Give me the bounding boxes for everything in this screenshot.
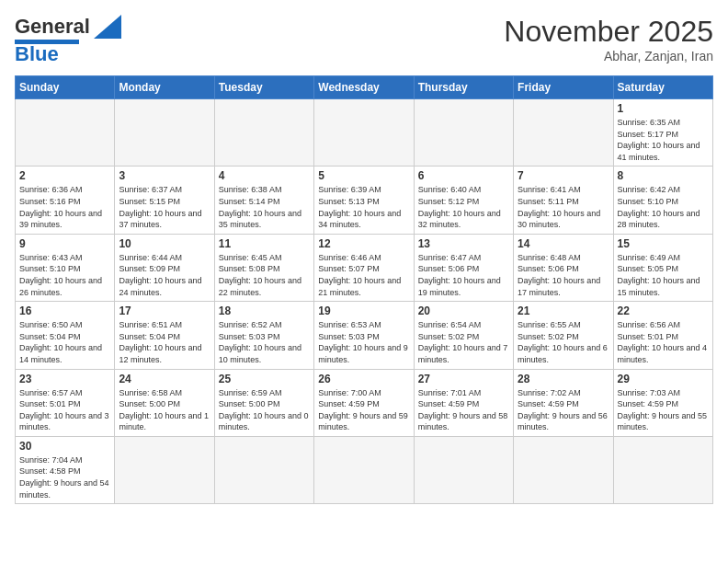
weekday-header-saturday: Saturday bbox=[613, 76, 712, 99]
day-number: 26 bbox=[318, 373, 409, 385]
table-row: 8Sunrise: 6:42 AM Sunset: 5:10 PM Daylig… bbox=[613, 167, 712, 234]
day-number: 2 bbox=[19, 169, 110, 182]
day-info: Sunrise: 6:49 AM Sunset: 5:05 PM Dayligh… bbox=[618, 252, 709, 298]
day-info: Sunrise: 6:42 AM Sunset: 5:10 PM Dayligh… bbox=[618, 184, 709, 230]
day-info: Sunrise: 7:00 AM Sunset: 4:59 PM Dayligh… bbox=[318, 387, 409, 433]
day-info: Sunrise: 6:56 AM Sunset: 5:01 PM Dayligh… bbox=[618, 319, 709, 365]
logo-icon bbox=[94, 15, 121, 39]
day-info: Sunrise: 6:57 AM Sunset: 5:01 PM Dayligh… bbox=[19, 387, 110, 433]
day-number: 17 bbox=[119, 304, 210, 317]
location: Abhar, Zanjan, Iran bbox=[504, 49, 713, 63]
table-row bbox=[214, 99, 313, 167]
table-row: 3Sunrise: 6:37 AM Sunset: 5:15 PM Daylig… bbox=[115, 167, 214, 234]
table-row: 4Sunrise: 6:38 AM Sunset: 5:14 PM Daylig… bbox=[214, 167, 313, 234]
table-row: 22Sunrise: 6:56 AM Sunset: 5:01 PM Dayli… bbox=[613, 302, 712, 369]
day-info: Sunrise: 6:41 AM Sunset: 5:11 PM Dayligh… bbox=[518, 184, 609, 230]
day-info: Sunrise: 6:47 AM Sunset: 5:06 PM Dayligh… bbox=[418, 252, 509, 298]
weekday-header-thursday: Thursday bbox=[414, 76, 513, 99]
calendar: SundayMondayTuesdayWednesdayThursdayFrid… bbox=[15, 75, 713, 504]
table-row bbox=[613, 436, 712, 503]
calendar-row-4: 23Sunrise: 6:57 AM Sunset: 5:01 PM Dayli… bbox=[16, 369, 713, 436]
table-row: 21Sunrise: 6:55 AM Sunset: 5:02 PM Dayli… bbox=[514, 302, 613, 369]
table-row: 19Sunrise: 6:53 AM Sunset: 5:03 PM Dayli… bbox=[314, 302, 414, 369]
day-info: Sunrise: 7:02 AM Sunset: 4:59 PM Dayligh… bbox=[518, 387, 609, 433]
day-number: 5 bbox=[318, 169, 409, 182]
table-row: 18Sunrise: 6:52 AM Sunset: 5:03 PM Dayli… bbox=[214, 302, 313, 369]
day-number: 29 bbox=[618, 373, 709, 385]
day-number: 12 bbox=[318, 237, 409, 250]
day-info: Sunrise: 6:53 AM Sunset: 5:03 PM Dayligh… bbox=[318, 319, 409, 365]
day-info: Sunrise: 6:50 AM Sunset: 5:04 PM Dayligh… bbox=[19, 319, 110, 365]
table-row: 29Sunrise: 7:03 AM Sunset: 4:59 PM Dayli… bbox=[613, 369, 712, 436]
weekday-header-friday: Friday bbox=[514, 76, 613, 99]
weekday-header-row: SundayMondayTuesdayWednesdayThursdayFrid… bbox=[16, 76, 713, 99]
weekday-header-sunday: Sunday bbox=[16, 76, 115, 99]
title-area: November 2025 Abhar, Zanjan, Iran bbox=[504, 15, 713, 63]
day-info: Sunrise: 6:44 AM Sunset: 5:09 PM Dayligh… bbox=[119, 252, 210, 298]
table-row bbox=[314, 436, 414, 503]
day-info: Sunrise: 6:58 AM Sunset: 5:00 PM Dayligh… bbox=[119, 387, 210, 433]
table-row: 10Sunrise: 6:44 AM Sunset: 5:09 PM Dayli… bbox=[115, 234, 214, 301]
svg-marker-0 bbox=[94, 15, 121, 39]
day-number: 7 bbox=[518, 169, 609, 182]
table-row: 16Sunrise: 6:50 AM Sunset: 5:04 PM Dayli… bbox=[16, 302, 115, 369]
day-number: 13 bbox=[418, 237, 509, 250]
table-row bbox=[414, 99, 513, 167]
day-number: 9 bbox=[19, 237, 110, 250]
table-row: 26Sunrise: 7:00 AM Sunset: 4:59 PM Dayli… bbox=[314, 369, 414, 436]
table-row: 6Sunrise: 6:40 AM Sunset: 5:12 PM Daylig… bbox=[414, 167, 513, 234]
day-number: 22 bbox=[618, 304, 709, 317]
day-number: 19 bbox=[318, 304, 409, 317]
day-info: Sunrise: 6:40 AM Sunset: 5:12 PM Dayligh… bbox=[418, 184, 509, 230]
day-number: 21 bbox=[518, 304, 609, 317]
day-info: Sunrise: 6:38 AM Sunset: 5:14 PM Dayligh… bbox=[219, 184, 310, 230]
table-row bbox=[115, 436, 214, 503]
day-info: Sunrise: 6:54 AM Sunset: 5:02 PM Dayligh… bbox=[418, 319, 509, 365]
weekday-header-wednesday: Wednesday bbox=[314, 76, 414, 99]
day-info: Sunrise: 6:43 AM Sunset: 5:10 PM Dayligh… bbox=[19, 252, 110, 298]
table-row bbox=[314, 99, 414, 167]
day-number: 14 bbox=[518, 237, 609, 250]
day-info: Sunrise: 7:04 AM Sunset: 4:58 PM Dayligh… bbox=[19, 454, 110, 500]
table-row bbox=[214, 436, 313, 503]
day-number: 11 bbox=[219, 237, 310, 250]
table-row: 14Sunrise: 6:48 AM Sunset: 5:06 PM Dayli… bbox=[514, 234, 613, 301]
table-row: 24Sunrise: 6:58 AM Sunset: 5:00 PM Dayli… bbox=[115, 369, 214, 436]
day-info: Sunrise: 6:36 AM Sunset: 5:16 PM Dayligh… bbox=[19, 184, 110, 230]
table-row: 15Sunrise: 6:49 AM Sunset: 5:05 PM Dayli… bbox=[613, 234, 712, 301]
calendar-row-0: 1Sunrise: 6:35 AM Sunset: 5:17 PM Daylig… bbox=[16, 99, 713, 167]
table-row: 12Sunrise: 6:46 AM Sunset: 5:07 PM Dayli… bbox=[314, 234, 414, 301]
table-row: 23Sunrise: 6:57 AM Sunset: 5:01 PM Dayli… bbox=[16, 369, 115, 436]
day-info: Sunrise: 6:45 AM Sunset: 5:08 PM Dayligh… bbox=[219, 252, 310, 298]
table-row bbox=[514, 436, 613, 503]
table-row bbox=[16, 99, 115, 167]
table-row: 28Sunrise: 7:02 AM Sunset: 4:59 PM Dayli… bbox=[514, 369, 613, 436]
table-row: 30Sunrise: 7:04 AM Sunset: 4:58 PM Dayli… bbox=[16, 436, 115, 503]
table-row: 5Sunrise: 6:39 AM Sunset: 5:13 PM Daylig… bbox=[314, 167, 414, 234]
table-row: 7Sunrise: 6:41 AM Sunset: 5:11 PM Daylig… bbox=[514, 167, 613, 234]
table-row bbox=[115, 99, 214, 167]
day-info: Sunrise: 6:55 AM Sunset: 5:02 PM Dayligh… bbox=[518, 319, 609, 365]
day-number: 6 bbox=[418, 169, 509, 182]
table-row: 27Sunrise: 7:01 AM Sunset: 4:59 PM Dayli… bbox=[414, 369, 513, 436]
day-info: Sunrise: 6:59 AM Sunset: 5:00 PM Dayligh… bbox=[219, 387, 310, 433]
day-number: 16 bbox=[19, 304, 110, 317]
day-number: 4 bbox=[219, 169, 310, 182]
day-number: 15 bbox=[618, 237, 709, 250]
day-number: 27 bbox=[418, 373, 509, 385]
day-number: 1 bbox=[618, 102, 709, 115]
calendar-row-1: 2Sunrise: 6:36 AM Sunset: 5:16 PM Daylig… bbox=[16, 167, 713, 234]
table-row bbox=[414, 436, 513, 503]
calendar-row-3: 16Sunrise: 6:50 AM Sunset: 5:04 PM Dayli… bbox=[16, 302, 713, 369]
weekday-header-tuesday: Tuesday bbox=[214, 76, 313, 99]
table-row bbox=[514, 99, 613, 167]
month-year: November 2025 bbox=[504, 15, 713, 49]
day-info: Sunrise: 6:35 AM Sunset: 5:17 PM Dayligh… bbox=[618, 117, 709, 163]
day-number: 30 bbox=[19, 440, 110, 453]
day-number: 20 bbox=[418, 304, 509, 317]
day-info: Sunrise: 6:52 AM Sunset: 5:03 PM Dayligh… bbox=[219, 319, 310, 365]
day-number: 24 bbox=[119, 373, 210, 385]
calendar-row-2: 9Sunrise: 6:43 AM Sunset: 5:10 PM Daylig… bbox=[16, 234, 713, 301]
table-row: 20Sunrise: 6:54 AM Sunset: 5:02 PM Dayli… bbox=[414, 302, 513, 369]
table-row: 1Sunrise: 6:35 AM Sunset: 5:17 PM Daylig… bbox=[613, 99, 712, 167]
